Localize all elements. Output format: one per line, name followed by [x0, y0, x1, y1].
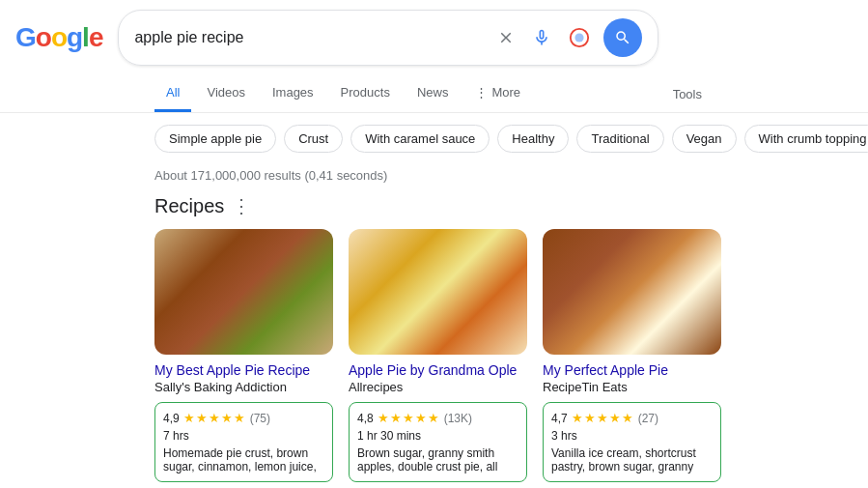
- time-3: 3 hrs: [551, 429, 713, 443]
- chips-row: Simple apple pie Crust With caramel sauc…: [0, 113, 868, 164]
- rating-count-1: (75): [250, 412, 270, 425]
- search-submit-button[interactable]: [603, 18, 642, 57]
- section-header: Recipes ⋮: [154, 194, 714, 217]
- chip-healthy[interactable]: Healthy: [497, 125, 569, 153]
- recipe-image-1: [154, 229, 333, 355]
- time-1: 7 hrs: [163, 429, 324, 443]
- clear-button[interactable]: [493, 29, 518, 46]
- rating-value-1: 4,9: [163, 412, 180, 425]
- nav-item-all[interactable]: All: [154, 75, 191, 112]
- rating-value-2: 4,8: [357, 412, 374, 425]
- recipes-section: Recipes ⋮ My Best Apple Pie Recipe Sally…: [0, 194, 868, 482]
- search-input[interactable]: [134, 29, 484, 46]
- recipe-title-2[interactable]: Apple Pie by Grandma Ople: [349, 362, 527, 378]
- google-logo: Google: [15, 22, 102, 53]
- ingredients-3: Vanilla ice cream, shortcrust pastry, br…: [551, 446, 713, 474]
- chip-with-caramel-sauce[interactable]: With caramel sauce: [350, 125, 490, 153]
- recipe-source-3: RecipeTin Eats: [543, 380, 721, 394]
- stars-2: ★★★★★: [378, 411, 440, 425]
- svg-point-1: [575, 33, 584, 42]
- nav-item-images[interactable]: Images: [261, 75, 325, 112]
- stars-row-1: 4,9 ★★★★★ (75): [163, 411, 324, 425]
- nav-item-news[interactable]: News: [406, 75, 461, 112]
- stars-row-3: 4,7 ★★★★★ (27): [551, 411, 713, 425]
- stars-row-2: 4,8 ★★★★★ (13K): [357, 411, 518, 425]
- search-bar: [118, 10, 658, 66]
- stars-1: ★★★★★: [183, 411, 246, 425]
- section-menu-icon[interactable]: ⋮: [232, 194, 251, 217]
- recipe-image-3: [543, 229, 721, 355]
- recipe-details-1: 4,9 ★★★★★ (75) 7 hrs Homemade pie crust,…: [154, 402, 333, 482]
- chip-vegan[interactable]: Vegan: [672, 125, 737, 153]
- chip-with-crumb-topping[interactable]: With crumb topping: [744, 125, 868, 153]
- section-title: Recipes: [154, 195, 224, 217]
- rating-count-3: (27): [638, 412, 658, 425]
- nav-bar: All Videos Images Products News ⋮ More T…: [0, 75, 868, 113]
- recipe-image-2: [349, 229, 527, 355]
- results-info: About 171,000,000 results (0,41 seconds): [0, 164, 868, 194]
- nav-item-videos[interactable]: Videos: [195, 75, 257, 112]
- recipe-title-3[interactable]: My Perfect Apple Pie: [543, 362, 721, 378]
- rating-count-2: (13K): [444, 412, 472, 425]
- lens-button[interactable]: [565, 27, 594, 48]
- more-dots-icon: ⋮: [475, 85, 488, 100]
- recipe-details-3: 4,7 ★★★★★ (27) 3 hrs Vanilla ice cream, …: [543, 402, 721, 482]
- chip-crust[interactable]: Crust: [284, 125, 343, 153]
- ingredients-2: Brown sugar, granny smith apples, double…: [357, 446, 518, 474]
- nav-item-products[interactable]: Products: [329, 75, 402, 112]
- nav-item-more[interactable]: ⋮ More: [463, 75, 532, 112]
- recipe-source-1: Sally's Baking Addiction: [154, 380, 333, 394]
- recipe-source-2: Allrecipes: [349, 380, 527, 394]
- recipe-card-2: Apple Pie by Grandma Ople Allrecipes 4,8…: [349, 229, 527, 482]
- recipe-title-1[interactable]: My Best Apple Pie Recipe: [154, 362, 333, 378]
- ingredients-1: Homemade pie crust, brown sugar, cinnamo…: [163, 446, 324, 474]
- time-2: 1 hr 30 mins: [357, 429, 518, 443]
- voice-search-button[interactable]: [528, 28, 555, 47]
- chip-simple-apple-pie[interactable]: Simple apple pie: [154, 125, 276, 153]
- recipe-card-3: My Perfect Apple Pie RecipeTin Eats 4,7 …: [543, 229, 721, 482]
- stars-3: ★★★★★: [572, 411, 634, 425]
- chip-traditional[interactable]: Traditional: [576, 125, 663, 153]
- recipe-details-2: 4,8 ★★★★★ (13K) 1 hr 30 mins Brown sugar…: [349, 402, 527, 482]
- tools-button[interactable]: Tools: [661, 77, 714, 111]
- recipe-cards-row: My Best Apple Pie Recipe Sally's Baking …: [154, 229, 714, 482]
- header: Google: [0, 0, 868, 75]
- rating-value-3: 4,7: [551, 412, 568, 425]
- recipe-card-1: My Best Apple Pie Recipe Sally's Baking …: [154, 229, 333, 482]
